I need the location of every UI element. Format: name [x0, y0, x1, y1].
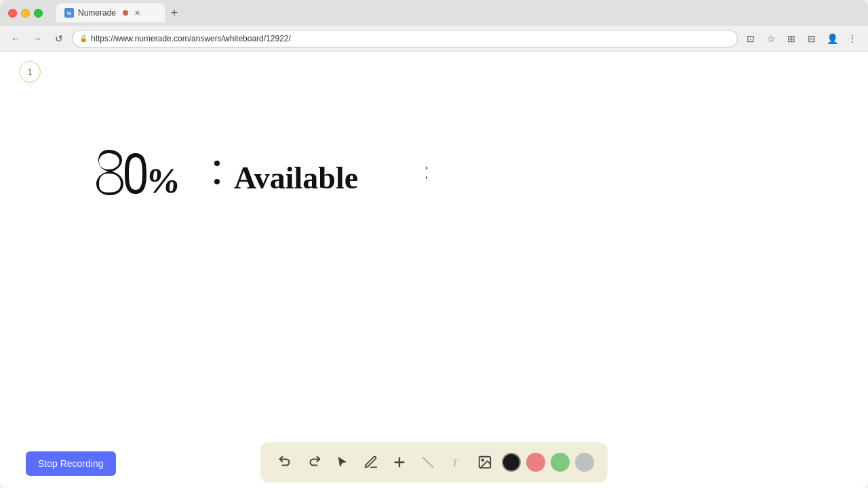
browser-window: N Numerade ✕ + ← → ↺ 🔒 https://www.numer…	[0, 0, 868, 488]
color-gray[interactable]	[575, 453, 594, 472]
redo-button[interactable]	[301, 449, 327, 475]
svg-text:Available: Available	[234, 161, 358, 195]
svg-point-1	[214, 161, 220, 166]
star-icon[interactable]: ☆	[762, 30, 780, 47]
tab-bar: N Numerade ✕ +	[56, 3, 860, 22]
pen-tool-button[interactable]	[358, 449, 384, 475]
stop-recording-button[interactable]: Stop Recording	[26, 451, 116, 476]
minimize-button[interactable]	[21, 9, 30, 18]
bottom-toolbar-area: Stop Recording	[0, 436, 868, 488]
forward-button[interactable]: →	[28, 30, 46, 47]
drawing-toolbar: T	[260, 442, 608, 483]
page-number: 1	[19, 61, 41, 83]
select-tool-button[interactable]	[330, 449, 355, 475]
svg-point-10	[481, 459, 484, 461]
svg-text:%: %	[144, 161, 182, 200]
tab-close-button[interactable]: ✕	[132, 8, 142, 18]
color-green[interactable]	[551, 453, 570, 472]
svg-line-7	[423, 458, 433, 468]
browser-toolbar: ← → ↺ 🔒 https://www.numerade.com/answers…	[0, 26, 868, 52]
lock-icon: 🔒	[79, 35, 87, 42]
title-bar: N Numerade ✕ +	[0, 0, 868, 26]
grid-icon[interactable]: ⊟	[803, 30, 821, 47]
url-text: https://www.numerade.com/answers/whitebo…	[91, 34, 291, 43]
eraser-tool-button[interactable]	[415, 449, 441, 475]
image-tool-button[interactable]	[472, 449, 498, 475]
add-tool-button[interactable]	[387, 449, 412, 475]
tab-label: Numerade	[78, 8, 116, 18]
svg-text:T: T	[452, 458, 459, 468]
tab-dot	[123, 10, 128, 16]
undo-button[interactable]	[273, 449, 298, 475]
refresh-button[interactable]: ↺	[50, 30, 68, 47]
text-tool-button[interactable]: T	[443, 449, 469, 475]
account-icon[interactable]: 👤	[823, 30, 841, 47]
active-tab[interactable]: N Numerade ✕	[56, 3, 165, 22]
traffic-lights	[8, 9, 43, 18]
maximize-button[interactable]	[34, 9, 43, 18]
close-button[interactable]	[8, 9, 17, 18]
page-content[interactable]: 1 % Available + Stop Recording	[0, 52, 868, 488]
back-button[interactable]: ←	[7, 30, 24, 47]
address-bar[interactable]: 🔒 https://www.numerade.com/answers/white…	[72, 30, 738, 47]
handwritten-content: % Available +	[88, 140, 427, 207]
toolbar-actions: ⊡ ☆ ⊞ ⊟ 👤 ⋮	[742, 30, 861, 47]
menu-icon[interactable]: ⋮	[844, 30, 861, 47]
bookmark-icon[interactable]: ⊡	[742, 30, 760, 47]
color-pink[interactable]	[526, 453, 545, 472]
tab-favicon: N	[64, 8, 74, 18]
svg-point-2	[214, 179, 220, 184]
color-black[interactable]	[502, 453, 521, 472]
extensions-icon[interactable]: ⊞	[783, 30, 800, 47]
new-tab-button[interactable]: +	[165, 3, 184, 22]
